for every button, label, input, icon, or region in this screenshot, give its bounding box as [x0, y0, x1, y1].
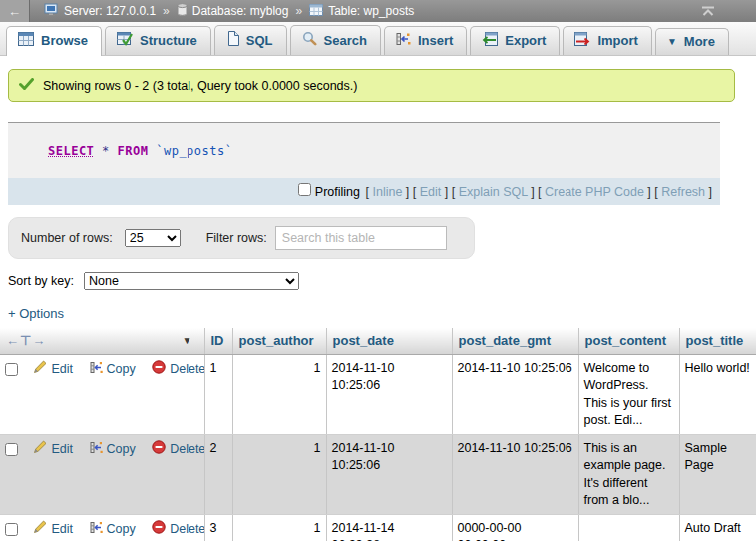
table-row: Edit Copy Delete 1 1 2014-11-10 10:25:06… — [0, 354, 756, 434]
cell-post-date: 2014-11-10 10:25:06 — [326, 434, 452, 514]
cell-post-date: 2014-11-10 10:25:06 — [326, 354, 452, 434]
copy-link[interactable]: Copy — [90, 441, 136, 460]
server-icon — [44, 3, 59, 20]
tab-structure[interactable]: Structure — [105, 26, 211, 55]
column-header-post_title[interactable]: post_title — [679, 328, 756, 354]
cell-post-date-gmt: 0000-00-00 00:00:00 — [452, 514, 578, 541]
collapse-top-icon[interactable] — [700, 6, 716, 17]
delete-link[interactable]: Delete — [152, 440, 204, 460]
edit-label: Edit — [51, 361, 73, 379]
copy-label: Copy — [107, 441, 136, 459]
header-corner-cell: ←⊤→ ▼ — [0, 328, 204, 354]
row-checkbox[interactable] — [5, 443, 18, 456]
profiling-link-explain-sql[interactable]: Explain SQL — [459, 185, 528, 199]
back-button[interactable]: ← — [0, 0, 30, 22]
column-header-post_date[interactable]: post_date — [326, 328, 452, 354]
delete-link[interactable]: Delete — [152, 360, 204, 380]
breadcrumb-server[interactable]: Server: 127.0.0.1 — [64, 4, 156, 18]
tab-sql[interactable]: SQL — [214, 25, 287, 55]
rows-count-label: Number of rows: — [21, 231, 113, 245]
cell-post-date: 2014-11-14 06:33:38 — [326, 514, 452, 541]
edit-link[interactable]: Edit — [33, 440, 73, 460]
results-header-row: ←⊤→ ▼ IDpost_authorpost_datepost_date_gm… — [0, 328, 756, 354]
tab-export[interactable]: Export — [470, 26, 560, 55]
insert-icon — [396, 32, 411, 49]
sort-caret-icon[interactable]: ▼ — [183, 335, 192, 346]
results-table: ←⊤→ ▼ IDpost_authorpost_datepost_date_gm… — [0, 328, 756, 541]
copy-icon — [90, 521, 103, 540]
row-actions-cell: Edit Copy Delete — [0, 354, 204, 434]
row-actions-cell: Edit Copy Delete — [0, 514, 204, 541]
breadcrumb-separator: » — [163, 4, 170, 18]
cell-id: 1 — [204, 354, 232, 434]
delete-icon — [152, 520, 166, 540]
sort-by-key-select[interactable]: None — [84, 272, 299, 290]
profiling-action: [ Edit ] — [409, 185, 448, 199]
cell-post-content: This is an example page. It's different … — [578, 434, 679, 514]
cell-post-author: 1 — [232, 354, 326, 434]
cell-post-author: 1 — [232, 514, 326, 541]
column-header-post_date_gmt[interactable]: post_date_gmt — [452, 328, 578, 354]
tab-more[interactable]: ▼ More — [655, 28, 729, 55]
cell-post-date-gmt: 2014-11-10 10:25:06 — [452, 434, 578, 514]
tab-label: Import — [597, 33, 637, 48]
pencil-icon — [33, 360, 47, 380]
row-checkbox[interactable] — [5, 363, 18, 376]
cell-post-title: Hello world! — [679, 354, 756, 434]
profiling-action: [ Explain SQL ] — [448, 185, 534, 199]
tab-browse[interactable]: Browse — [6, 26, 102, 56]
sql-table-name: `wp_posts` — [156, 144, 232, 158]
delete-link[interactable]: Delete — [152, 520, 204, 540]
profiling-action: [ Refresh ] — [651, 185, 712, 199]
cell-post-author: 1 — [232, 434, 326, 514]
edit-link[interactable]: Edit — [33, 520, 73, 540]
tab-insert[interactable]: Insert — [384, 26, 467, 55]
tab-label: Search — [324, 33, 367, 48]
cell-id: 3 — [204, 514, 232, 541]
sql-icon — [226, 31, 239, 49]
breadcrumb-table[interactable]: Table: wp_posts — [328, 4, 414, 18]
tab-label: Export — [505, 33, 546, 48]
status-message-text: Showing rows 0 - 2 (3 total, Query took … — [43, 79, 357, 93]
profiling-link-inline[interactable]: Inline — [372, 185, 402, 199]
row-checkbox[interactable] — [5, 523, 18, 536]
sort-controls: Sort by key: None — [8, 272, 756, 290]
cell-post-title: Auto Draft — [679, 514, 756, 541]
database-icon — [177, 3, 188, 19]
filter-rows-label: Filter rows: — [206, 231, 267, 245]
profiling-link-create-php-code[interactable]: Create PHP Code — [545, 185, 644, 199]
sql-query: SELECT * FROM `wp_posts` — [8, 123, 720, 178]
table-row: Edit Copy Delete 2 1 2014-11-10 10:25:06… — [0, 434, 756, 514]
sql-star: * — [102, 144, 110, 158]
cell-post-title: Sample Page — [679, 434, 756, 514]
sort-by-key-label: Sort by key: — [8, 274, 74, 288]
profiling-link-edit[interactable]: Edit — [420, 185, 442, 199]
column-header-post_author[interactable]: post_author — [232, 328, 326, 354]
profiling-link-refresh[interactable]: Refresh — [661, 185, 705, 199]
sql-query-box: SELECT * FROM `wp_posts` Profiling [ Inl… — [8, 122, 720, 205]
tab-import[interactable]: Import — [563, 26, 651, 55]
options-toggle[interactable]: + Options — [8, 306, 64, 321]
transpose-icon[interactable]: ←⊤→ — [6, 333, 46, 348]
tab-label: More — [684, 34, 715, 49]
cell-post-date-gmt: 2014-11-10 10:25:06 — [452, 354, 578, 434]
sql-keyword-select[interactable]: SELECT — [48, 144, 94, 158]
rows-count-select[interactable]: 25 — [125, 229, 181, 247]
profiling-checkbox[interactable] — [298, 183, 311, 196]
row-actions-cell: Edit Copy Delete — [0, 434, 204, 514]
tab-label: SQL — [246, 33, 273, 48]
copy-link[interactable]: Copy — [90, 361, 136, 380]
copy-link[interactable]: Copy — [90, 521, 136, 540]
breadcrumb-database[interactable]: Database: myblog — [192, 4, 289, 18]
table-row: Edit Copy Delete 3 1 2014-11-14 06:33:38… — [0, 514, 756, 541]
import-icon — [574, 32, 590, 49]
column-header-post_content[interactable]: post_content — [578, 328, 679, 354]
filter-rows-input[interactable] — [275, 226, 447, 250]
profiling-action: [ Create PHP Code ] — [535, 185, 651, 199]
edit-link[interactable]: Edit — [33, 360, 73, 380]
tab-search[interactable]: Search — [290, 25, 381, 55]
profiling-label[interactable]: Profiling — [315, 185, 360, 199]
copy-label: Copy — [107, 521, 136, 539]
column-header-id[interactable]: ID — [204, 328, 232, 354]
pencil-icon — [33, 440, 47, 460]
